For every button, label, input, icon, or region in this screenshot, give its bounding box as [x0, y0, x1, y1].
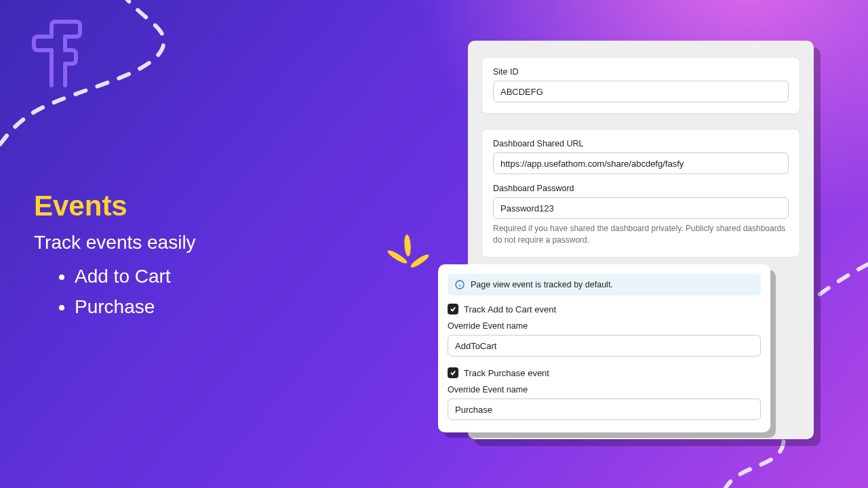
events-card: Page view event is tracked by default. T… — [438, 264, 770, 432]
info-icon — [454, 279, 465, 290]
shared-url-label: Dashboard Shared URL — [493, 139, 789, 148]
atc-override-input[interactable] — [448, 335, 761, 357]
info-banner: Page view event is tracked by default. — [448, 274, 761, 296]
track-purchase-label: Track Purchase event — [464, 368, 549, 378]
track-atc-checkbox[interactable] — [448, 304, 458, 314]
track-atc-label: Track Add to Cart event — [464, 304, 556, 314]
logo-icon — [31, 18, 85, 92]
site-id-input[interactable] — [493, 81, 789, 102]
dashboard-panel: Dashboard Shared URL Dashboard Password … — [481, 129, 800, 258]
promo-list-item: Purchase — [75, 292, 196, 323]
purchase-override-input[interactable] — [448, 399, 761, 420]
promo-block: Events Track events easily Add to Cart P… — [34, 190, 196, 323]
password-help-text: Required if you have shared the dashboar… — [493, 223, 789, 246]
promo-list: Add to Cart Purchase — [75, 262, 196, 323]
password-input[interactable] — [493, 197, 789, 219]
promo-subtitle: Track events easily — [34, 232, 196, 253]
password-label: Dashboard Password — [493, 184, 789, 193]
promo-list-item: Add to Cart — [75, 262, 196, 292]
track-purchase-checkbox[interactable] — [448, 367, 458, 378]
site-id-label: Site ID — [493, 67, 789, 77]
purchase-override-label: Override Event name — [448, 385, 761, 394]
promo-title: Events — [34, 190, 196, 222]
burst-icon — [381, 230, 435, 285]
shared-url-input[interactable] — [493, 152, 789, 174]
info-text: Page view event is tracked by default. — [471, 280, 613, 289]
atc-override-label: Override Event name — [448, 321, 761, 331]
site-id-panel: Site ID — [481, 57, 800, 114]
